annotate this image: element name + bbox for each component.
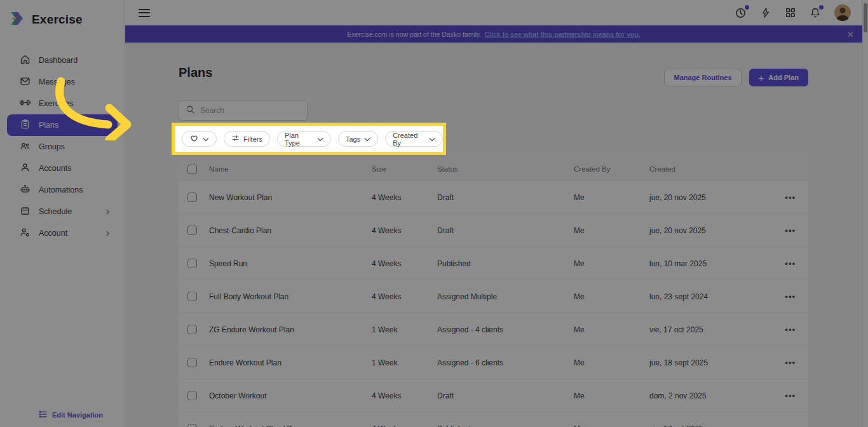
filters-chip-label: Filters <box>243 135 262 143</box>
dim-overlay <box>0 0 868 427</box>
filters-chip[interactable]: Filters <box>224 131 270 147</box>
chevron-down-icon <box>364 135 370 143</box>
heart-icon <box>189 133 199 144</box>
chevron-down-icon <box>429 135 435 143</box>
plan-type-chip-label: Plan Type <box>285 132 313 147</box>
chevron-down-icon <box>317 135 323 143</box>
filter-bar-highlight: Filters Plan Type Tags Created By <box>172 123 446 155</box>
created-by-chip[interactable]: Created By <box>385 131 443 147</box>
favorites-filter-chip[interactable] <box>182 131 217 147</box>
tags-chip-label: Tags <box>346 135 360 143</box>
tune-icon <box>231 134 240 144</box>
chevron-down-icon <box>203 135 209 143</box>
created-by-chip-label: Created By <box>393 132 425 147</box>
plan-type-chip[interactable]: Plan Type <box>277 131 331 147</box>
tags-chip[interactable]: Tags <box>338 131 378 147</box>
